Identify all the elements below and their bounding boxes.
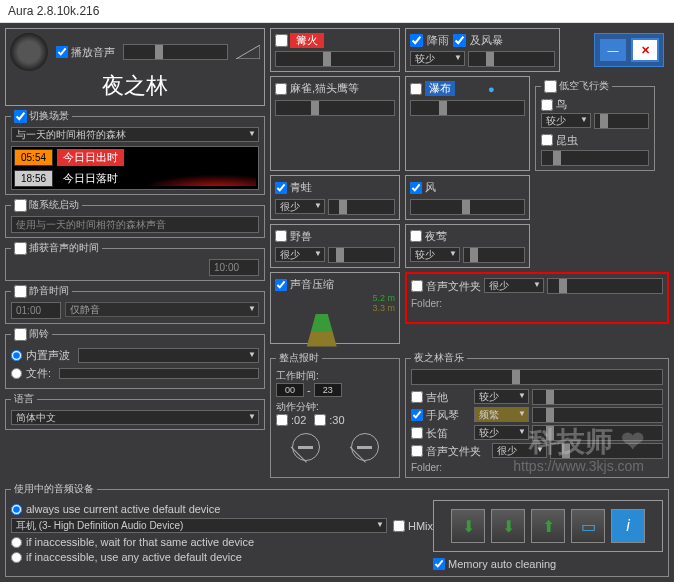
volume-slider[interactable]: [123, 44, 228, 60]
accordion-slider[interactable]: [532, 407, 663, 423]
sound-folder-checkbox[interactable]: [411, 280, 423, 292]
scene-select[interactable]: 与一天的时间相符的森林: [11, 127, 259, 142]
compress-checkbox[interactable]: [275, 279, 287, 291]
insect-slider[interactable]: [541, 150, 649, 166]
mute-checkbox[interactable]: [14, 285, 27, 298]
frog-checkbox[interactable]: [275, 182, 287, 194]
work-time-label: 工作时间:: [276, 369, 394, 383]
audio-device-group: 使用中的音频设备 always use current active defau…: [5, 482, 669, 577]
audio-wait-radio[interactable]: if inaccessible, wait for that same acti…: [11, 536, 433, 548]
fade-time-input[interactable]: [209, 259, 259, 276]
lowfly-group: 低空飞行类 鸟 较少 昆虫: [535, 79, 655, 171]
language-select[interactable]: 简体中文: [11, 410, 259, 425]
sunrise-row[interactable]: 05:54 今日日出时: [12, 147, 258, 168]
mute-time-input[interactable]: [11, 302, 61, 319]
audio-always-radio[interactable]: always use current active default device: [11, 503, 433, 515]
scene-switch-checkbox[interactable]: [14, 110, 27, 123]
rain-freq-select[interactable]: 较少: [410, 51, 465, 66]
flute-freq-select[interactable]: 较少: [474, 425, 529, 440]
sound-folder-panel: 音声文件夹 很少 Folder:: [405, 272, 669, 324]
lowfly-checkbox[interactable]: [544, 80, 557, 93]
frog-freq-select[interactable]: 很少: [275, 199, 325, 214]
flute-checkbox[interactable]: [411, 427, 423, 439]
fire-slider[interactable]: [275, 51, 395, 67]
info-button[interactable]: i: [611, 509, 645, 543]
action-btn-1[interactable]: ⬇: [451, 509, 485, 543]
compress-low: 3.3 m: [372, 303, 395, 313]
insect-checkbox[interactable]: [541, 134, 553, 146]
interval-label: 动作分钟:: [276, 400, 394, 414]
hmix-checkbox[interactable]: [393, 520, 405, 532]
fade-time-checkbox[interactable]: [14, 242, 27, 255]
work-to-input[interactable]: 23: [314, 383, 342, 397]
frog-slider[interactable]: [328, 199, 395, 215]
interval-30-checkbox[interactable]: [314, 414, 326, 426]
storm-checkbox[interactable]: [453, 34, 466, 47]
action-btn-3[interactable]: ⬆: [531, 509, 565, 543]
audio-any-radio[interactable]: if inaccessible, use any active default …: [11, 551, 433, 563]
audio-device-select[interactable]: 耳机 (3- High Definition Audio Device): [11, 518, 387, 533]
action-btn-2[interactable]: ⬇: [491, 509, 525, 543]
play-sound-checkbox[interactable]: 播放音声: [56, 45, 115, 60]
music-folder-freq-select[interactable]: 很少: [492, 443, 547, 458]
report-group: 整点报时 工作时间: 00 - 23 动作分钟: :02 :30: [270, 351, 400, 478]
autostart-input[interactable]: [11, 216, 259, 233]
guitar-freq-select[interactable]: 较少: [474, 389, 529, 404]
nightingale-freq-select[interactable]: 较少: [410, 247, 460, 262]
beast-slider[interactable]: [328, 247, 395, 263]
autostart-checkbox[interactable]: [14, 199, 27, 212]
alarm-builtin-select[interactable]: [78, 348, 259, 363]
bird-checkbox[interactable]: [541, 99, 553, 111]
bird-freq-select[interactable]: 较少: [541, 113, 591, 128]
alarm-file-input[interactable]: [59, 368, 259, 379]
sound-folder-freq-select[interactable]: 很少: [484, 278, 544, 293]
language-group: 语言 简体中文: [5, 392, 265, 430]
accordion-freq-select[interactable]: 频繁: [474, 407, 529, 422]
memory-clean-checkbox[interactable]: [433, 558, 445, 570]
spectrum-icon: [292, 297, 352, 347]
scene-title: 夜之林: [10, 71, 260, 101]
nightingale-slider[interactable]: [463, 247, 525, 263]
interval-02-checkbox[interactable]: [276, 414, 288, 426]
alarm-builtin-radio[interactable]: 内置声波: [11, 348, 259, 363]
wind-slider[interactable]: [410, 199, 525, 215]
accordion-checkbox[interactable]: [411, 409, 423, 421]
crow-checkbox[interactable]: [275, 83, 287, 95]
music-folder-checkbox[interactable]: [411, 445, 423, 457]
sound-folder-slider[interactable]: [547, 278, 663, 294]
waterfall-slider[interactable]: [410, 100, 525, 116]
crow-slider[interactable]: [275, 100, 395, 116]
guitar-slider[interactable]: [532, 389, 663, 405]
compress-high: 5.2 m: [372, 293, 395, 303]
speaker-icon: [10, 33, 48, 71]
wind-checkbox[interactable]: [410, 182, 422, 194]
no-action-icon-1: [292, 433, 320, 461]
close-button[interactable]: ✕: [631, 38, 659, 62]
guitar-checkbox[interactable]: [411, 391, 423, 403]
rain-slider[interactable]: [468, 51, 555, 67]
action-btn-4[interactable]: ▭: [571, 509, 605, 543]
nightingale-checkbox[interactable]: [410, 230, 422, 242]
volume-triangle-icon: [236, 45, 260, 59]
alarm-file-radio[interactable]: 文件:: [11, 366, 259, 381]
bird-slider[interactable]: [594, 113, 649, 129]
waterfall-indicator-icon: ●: [488, 83, 495, 95]
beast-freq-select[interactable]: 很少: [275, 247, 325, 262]
music-volume-slider[interactable]: [411, 369, 663, 385]
mute-option-select[interactable]: 仅静音: [65, 302, 259, 317]
window-title: Aura 2.8.10k.216: [0, 0, 674, 23]
music-folder-label: Folder:: [411, 462, 663, 473]
fire-checkbox[interactable]: [275, 34, 288, 47]
sunset-row[interactable]: 18:56 今日日落时: [12, 168, 258, 189]
sound-folder-label: Folder:: [411, 298, 663, 309]
alarm-checkbox[interactable]: [14, 328, 27, 341]
autostart-group: 随系统启动: [5, 198, 265, 238]
flute-slider[interactable]: [532, 425, 663, 441]
work-from-input[interactable]: 00: [276, 383, 304, 397]
beast-checkbox[interactable]: [275, 230, 287, 242]
music-group: 夜之林音乐 吉他 较少 手风琴 频繁 长笛 较少: [405, 351, 669, 478]
waterfall-checkbox[interactable]: [410, 83, 422, 95]
rain-checkbox[interactable]: [410, 34, 423, 47]
minimize-button[interactable]: —: [599, 38, 627, 62]
music-folder-slider[interactable]: [550, 443, 663, 459]
